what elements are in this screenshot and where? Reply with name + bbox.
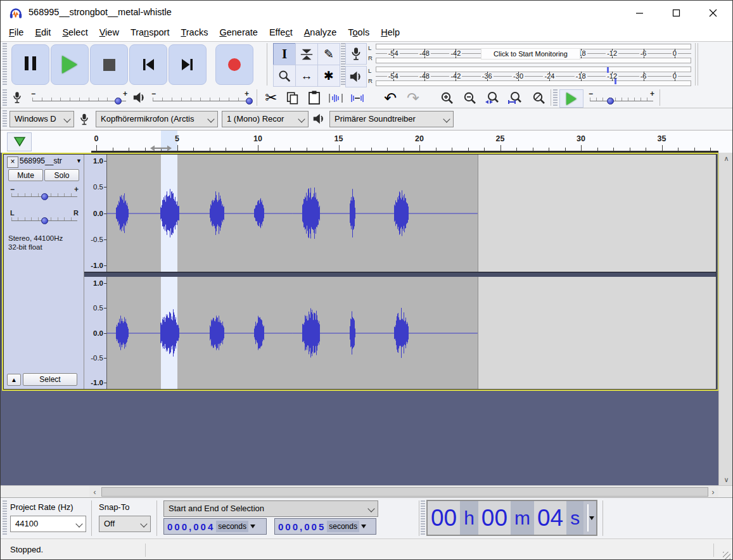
recording-meter-mic-button[interactable] <box>345 43 367 65</box>
resize-grip[interactable] <box>723 552 730 559</box>
playback-meter-scale[interactable]: -54-48-42-36-30-24-18-12-60 <box>376 65 694 87</box>
menu-help[interactable]: Help <box>375 25 405 41</box>
menu-transport[interactable]: Transport <box>125 25 175 41</box>
dropdown-arrow-icon[interactable] <box>589 516 594 520</box>
time-value[interactable]: 04 <box>534 501 566 535</box>
zoom-in-button[interactable] <box>438 89 457 106</box>
fit-selection-button[interactable] <box>483 89 502 106</box>
scroll-right-icon[interactable]: › <box>708 486 718 498</box>
device-toolbar-grip[interactable] <box>3 110 7 128</box>
stop-button[interactable] <box>90 44 128 85</box>
menu-file[interactable]: File <box>3 25 29 41</box>
playback-speed-thumb[interactable] <box>607 98 614 105</box>
recording-channels-select[interactable]: 1 (Mono) Recor <box>222 111 309 127</box>
menu-select[interactable]: Select <box>56 25 93 41</box>
gain-slider-thumb[interactable] <box>41 193 48 200</box>
project-rate-select[interactable]: 44100 <box>10 516 86 532</box>
record-button[interactable] <box>215 44 253 85</box>
solo-button[interactable]: Solo <box>44 169 79 181</box>
selection-end-digits[interactable]: 000,005 <box>275 521 326 532</box>
envelope-tool-button[interactable] <box>295 43 318 65</box>
recording-volume-thumb[interactable] <box>115 98 122 105</box>
meter-toolbar-grip[interactable] <box>341 43 345 86</box>
waveform-right[interactable] <box>107 277 716 389</box>
copy-button[interactable] <box>283 89 302 106</box>
menu-generate[interactable]: Generate <box>214 25 263 41</box>
pan-slider[interactable]: LR <box>10 209 79 227</box>
selection-start-digits[interactable]: 000,004 <box>164 521 215 532</box>
gain-slider[interactable]: −+ <box>10 185 79 203</box>
playback-device-select[interactable]: Primärer Soundtreiber <box>329 111 454 127</box>
menu-tools[interactable]: Tools <box>342 25 375 41</box>
play-button[interactable] <box>51 44 89 85</box>
scroll-up-icon[interactable]: ∧ <box>719 153 733 164</box>
trim-audio-button[interactable] <box>326 89 345 106</box>
dropdown-arrow-icon[interactable] <box>250 525 255 528</box>
audio-position-display[interactable]: 00h00m04s <box>426 500 597 536</box>
playback-speed-slider[interactable]: −+ <box>589 89 654 107</box>
minimize-button[interactable] <box>625 1 654 25</box>
selection-toolbar-grip[interactable] <box>3 500 7 536</box>
menu-tracks[interactable]: Tracks <box>175 25 214 41</box>
waveform-left[interactable] <box>107 155 716 272</box>
recording-meter-scale[interactable]: -54-48-42-36-30-24-18-12-60Click to Star… <box>376 42 694 65</box>
transport-toolbar-grip[interactable] <box>3 43 7 86</box>
time-toolbar-grip[interactable] <box>421 500 425 536</box>
silence-audio-button[interactable] <box>348 89 367 106</box>
selection-mode-select[interactable]: Start and End of Selection <box>163 500 378 517</box>
track-title-menu[interactable]: 568995__str▼ <box>20 156 82 167</box>
selection-start-field[interactable]: 000,004 seconds <box>163 518 267 535</box>
menu-analyze[interactable]: Analyze <box>298 25 343 41</box>
selection-end-field[interactable]: 000,005 seconds <box>274 518 376 535</box>
cut-button[interactable]: ✂ <box>262 89 281 106</box>
timeline-options-button[interactable] <box>7 132 32 151</box>
close-track-button[interactable]: × <box>7 156 18 168</box>
fit-project-button[interactable] <box>506 89 525 106</box>
horizontal-scrollbar[interactable]: ‹ › <box>89 486 718 498</box>
snap-to-select[interactable]: Off <box>99 516 151 532</box>
scroll-down-icon[interactable]: ∨ <box>719 474 733 485</box>
monitoring-overlay[interactable]: Click to Start Monitoring <box>481 48 581 60</box>
audio-host-select[interactable]: Windows D <box>10 111 74 127</box>
mute-button[interactable]: Mute <box>8 169 43 181</box>
redo-button[interactable]: ↷ <box>404 89 423 106</box>
scroll-left-icon[interactable]: ‹ <box>89 486 100 498</box>
pan-slider-thumb[interactable] <box>41 217 48 224</box>
menu-view[interactable]: View <box>94 25 125 41</box>
menu-effect[interactable]: Effect <box>264 25 298 41</box>
waveform-channel-right[interactable] <box>107 277 716 389</box>
selection-drag-handle-icon[interactable] <box>150 144 172 153</box>
pause-button[interactable] <box>11 44 49 85</box>
time-value[interactable]: 00 <box>478 501 511 535</box>
zoom-toggle-button[interactable] <box>529 89 548 106</box>
skip-to-end-button[interactable] <box>169 44 207 85</box>
horizontal-scrollbar-thumb[interactable] <box>101 487 708 497</box>
time-value[interactable]: 00 <box>428 501 460 535</box>
amplitude-ruler-left[interactable]: 1.00.50.0-0.5-1.0 <box>84 155 107 272</box>
multi-tool-button[interactable]: ✱ <box>317 65 340 87</box>
undo-button[interactable]: ↶ <box>381 89 400 106</box>
zoom-out-button[interactable] <box>461 89 480 106</box>
play-at-speed-grip[interactable] <box>553 89 558 106</box>
selection-tool-button[interactable]: I <box>273 43 296 65</box>
zoom-tool-button[interactable] <box>273 65 296 87</box>
timeline[interactable]: 05101520253035 <box>1 130 732 153</box>
maximize-button[interactable] <box>661 1 691 25</box>
playback-meter-speaker-button[interactable] <box>345 66 367 87</box>
recording-volume-slider[interactable]: −+ <box>31 89 127 107</box>
time-shift-tool-button[interactable]: ↔ <box>295 65 318 87</box>
paste-button[interactable] <box>305 89 324 106</box>
vertical-scrollbar[interactable]: ∧ ∨ <box>718 153 733 485</box>
dropdown-arrow-icon[interactable] <box>361 525 366 528</box>
menu-edit[interactable]: Edit <box>29 25 56 41</box>
play-at-speed-button[interactable] <box>559 89 583 108</box>
waveform-channel-left[interactable] <box>107 155 716 272</box>
amplitude-ruler-right[interactable]: 1.00.50.0-0.5-1.0 <box>84 277 107 389</box>
close-button[interactable] <box>698 1 727 25</box>
mixer-toolbar-grip[interactable] <box>3 89 7 106</box>
collapse-track-button[interactable]: ▲ <box>7 374 21 386</box>
select-track-button[interactable]: Select <box>23 373 77 386</box>
audio-track[interactable]: × 568995__str▼ Mute Solo −+ LR <box>3 154 717 390</box>
skip-to-start-button[interactable] <box>129 44 167 85</box>
playback-volume-thumb[interactable] <box>246 98 253 105</box>
